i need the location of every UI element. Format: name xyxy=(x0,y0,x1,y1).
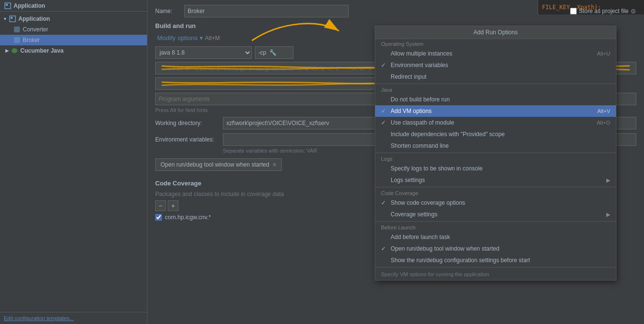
label-add-vm: Add VM options xyxy=(391,108,432,114)
group-application-icon xyxy=(9,15,16,23)
logs-settings-arrow-icon: ▶ xyxy=(606,177,610,183)
check-classpath: ✓ xyxy=(381,119,388,126)
label-env-vars: Environment variables xyxy=(391,62,448,69)
arrow-annotation xyxy=(242,16,349,45)
label-logs-settings: Logs settings xyxy=(391,177,425,183)
dropdown-section-java: Java xyxy=(375,85,616,94)
label-allow-multiple: Allow multiple instances xyxy=(391,50,452,57)
dropdown-item-coverage-settings[interactable]: Coverage settings ▶ xyxy=(375,209,616,220)
sidebar-item-converter-label: Converter xyxy=(23,26,48,33)
label-show-settings-before: Show the run/debug configuration setting… xyxy=(391,257,530,264)
dropdown-item-include-deps[interactable]: Include dependencies with "Provided" sco… xyxy=(375,128,616,140)
dropdown-item-shorten[interactable]: Shorten command line xyxy=(375,140,616,152)
label-open-debug-before: Open run/debug tool window when started xyxy=(391,245,499,252)
dropdown-item-left-no-build: Do not build before run xyxy=(381,96,450,103)
dropdown-item-logs-console[interactable]: Specify logs to be shown in console xyxy=(375,163,616,174)
gear-icon[interactable]: ⚙ xyxy=(630,8,636,15)
dropdown-item-show-settings-before[interactable]: Show the run/debug configuration setting… xyxy=(375,254,616,266)
redacted-field-2[interactable] xyxy=(155,77,396,90)
modify-options-button[interactable]: Modify options ▾ Alt+M xyxy=(155,33,222,42)
dropdown-item-left-shorten: Shorten command line xyxy=(381,142,449,149)
dropdown-item-left-logs-settings: Logs settings xyxy=(381,177,425,183)
sidebar-header: Application xyxy=(0,0,147,12)
dropdown-header: Add Run Options xyxy=(375,26,616,39)
coverage-minus-button[interactable]: − xyxy=(155,200,166,211)
svg-point-6 xyxy=(12,48,17,53)
sidebar-item-converter[interactable]: Converter xyxy=(0,24,147,35)
sidebar-subgroup-cucumber[interactable]: ▶ Cucumber Java xyxy=(0,45,147,56)
sidebar-subgroup-label: Cucumber Java xyxy=(20,47,63,54)
sidebar-item-broker[interactable]: Broker xyxy=(0,35,147,45)
dropdown-item-redirect-input[interactable]: Redirect input xyxy=(375,71,616,83)
svg-rect-5 xyxy=(14,37,20,43)
dropdown-item-left-redirect: Redirect input xyxy=(381,73,426,80)
svg-rect-1 xyxy=(6,4,8,6)
coverage-settings-arrow-icon: ▶ xyxy=(606,211,610,218)
dropdown-footer-text: Specify VM options for running the appli… xyxy=(375,268,616,280)
label-add-before-launch: Add before launch task xyxy=(391,234,450,240)
main-panel: FILE_KEY, Xpath); Name: Store as project… xyxy=(147,0,644,324)
sidebar-group-application[interactable]: ▾ Application xyxy=(0,14,147,24)
store-checkbox-area: Store as project file ⚙ xyxy=(570,8,636,15)
divider-2 xyxy=(375,153,616,153)
label-include-deps: Include dependencies with "Provided" sco… xyxy=(391,131,505,138)
edit-configuration-templates-link[interactable]: Edit configuration templates... xyxy=(0,312,147,324)
redaction-scribble-2 xyxy=(156,78,395,89)
cp-field[interactable] xyxy=(255,46,293,59)
sidebar-title: Application xyxy=(14,2,45,9)
java-version-select[interactable]: java 8 1.8 xyxy=(155,46,252,59)
check-show-coverage: ✓ xyxy=(381,199,388,206)
broker-icon xyxy=(14,37,20,43)
dropdown-item-left-logs-console: Specify logs to be shown in console xyxy=(381,165,483,172)
dropdown-item-left-env-vars: ✓ Environment variables xyxy=(381,62,448,69)
shortcut-allow-multiple: Alt+U xyxy=(597,51,610,56)
group-arrow-icon: ▾ xyxy=(2,16,8,22)
dropdown-item-left-show-coverage: ✓ Show code coverage options xyxy=(381,199,465,206)
name-row: Name: Store as project file ⚙ xyxy=(155,5,636,17)
dropdown-item-no-build[interactable]: Do not build before run xyxy=(375,94,616,105)
add-run-options-dropdown: Add Run Options Operating System Allow m… xyxy=(375,26,616,281)
divider-4 xyxy=(375,221,616,222)
dropdown-item-open-debug-before[interactable]: ✓ Open run/debug tool window when starte… xyxy=(375,243,616,254)
converter-icon xyxy=(14,26,20,33)
modify-options-label: Modify options xyxy=(157,34,198,42)
dropdown-item-left-add-vm: ✓ Add VM options xyxy=(381,108,432,114)
label-coverage-settings: Coverage settings xyxy=(391,211,438,218)
label-shorten: Shorten command line xyxy=(391,142,449,149)
label-logs-console: Specify logs to be shown in console xyxy=(391,165,483,172)
divider-1 xyxy=(375,84,616,84)
open-debug-label: Open run/debug tool window when started xyxy=(161,161,269,168)
dropdown-item-left-coverage-settings: Coverage settings xyxy=(381,211,438,218)
dropdown-section-logs: Logs xyxy=(375,154,616,163)
dropdown-item-classpath[interactable]: ✓ Use classpath of module Alt+O xyxy=(375,117,616,128)
dropdown-item-env-vars[interactable]: ✓ Environment variables xyxy=(375,59,616,71)
dropdown-item-allow-multiple[interactable]: Allow multiple instances Alt+U xyxy=(375,48,616,59)
modify-options-arrow-icon: ▾ xyxy=(200,34,203,42)
shortcut-classpath: Alt+O xyxy=(597,120,610,126)
check-env-vars: ✓ xyxy=(381,62,388,69)
sidebar-item-broker-label: Broker xyxy=(23,37,40,43)
name-input[interactable] xyxy=(184,5,349,17)
application-icon xyxy=(4,2,12,10)
svg-rect-4 xyxy=(14,27,20,32)
dropdown-item-add-before-launch[interactable]: Add before launch task xyxy=(375,231,616,243)
coverage-checkbox[interactable] xyxy=(155,214,162,221)
dropdown-item-show-coverage[interactable]: ✓ Show code coverage options xyxy=(375,197,616,209)
store-as-project-label: Store as project file xyxy=(579,8,629,14)
sidebar-group-label: Application xyxy=(18,15,50,22)
dropdown-section-os: Operating System xyxy=(375,39,616,48)
dropdown-item-left-show-settings-before: Show the run/debug configuration setting… xyxy=(381,257,530,264)
open-debug-button[interactable]: Open run/debug tool window when started … xyxy=(155,158,282,171)
store-as-project-checkbox[interactable] xyxy=(570,8,577,14)
close-debug-icon[interactable]: ✕ xyxy=(272,162,277,168)
coverage-plus-button[interactable]: + xyxy=(168,200,178,211)
cucumber-icon xyxy=(11,47,18,55)
svg-rect-3 xyxy=(11,17,13,19)
divider-5 xyxy=(375,267,616,268)
dropdown-item-add-vm[interactable]: ✓ Add VM options Alt+V xyxy=(375,105,616,117)
label-no-build: Do not build before run xyxy=(391,96,450,103)
dropdown-item-logs-settings[interactable]: Logs settings ▶ xyxy=(375,174,616,186)
env-variables-label: Environment variables: xyxy=(155,136,223,143)
label-redirect: Redirect input xyxy=(391,73,426,80)
dropdown-item-left-classpath: ✓ Use classpath of module xyxy=(381,119,454,126)
